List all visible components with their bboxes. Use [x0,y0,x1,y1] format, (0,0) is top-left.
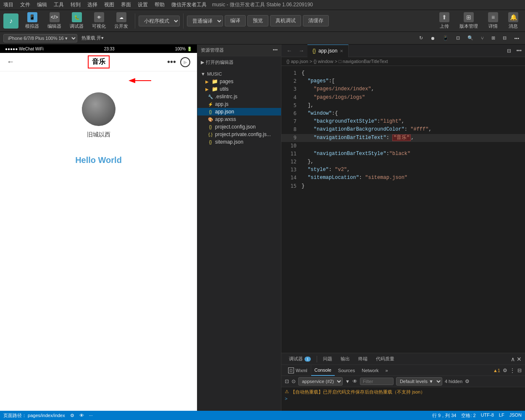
code-text[interactable]: { "pages":[ "pages/index/index", "pages/… [298,66,525,353]
debug-badge: 1 [304,357,311,362]
code-content-area[interactable]: 1 2 3 4 5 6 7 8 9 10 11 12 13 14 [281,66,525,353]
device-select[interactable]: iPhone 6/7/8 Plus 100% 16 ▾ [3,34,77,42]
status-eye-icon[interactable]: 👁 [79,412,84,419]
sources-tab[interactable]: Sources [335,365,358,376]
file-item-appjson[interactable]: {} app.json [197,108,281,116]
console-filter-input[interactable] [360,378,394,385]
file-panel-more[interactable]: ••• [273,47,278,53]
main-content: ●●●●● WeChat WiFi 23:33 100% 🔋 ← 音乐 ••• … [0,45,525,420]
tab-close-btn[interactable]: ✕ [340,49,343,53]
split-editor-btn[interactable]: ⊟ [505,47,513,55]
debug-tab-problem[interactable]: 问题 [319,353,336,365]
menu-item-tools[interactable]: 工具 [54,1,64,8]
preview-btn[interactable]: 👁 可视化 [89,10,109,31]
debug-chevron-up[interactable]: ∧ [511,356,515,362]
console-panel-btn[interactable]: ⊟ [517,368,522,373]
more-tools-btn[interactable]: ••• [512,35,522,42]
debug-close-btn[interactable]: ✕ [517,356,522,362]
music-folder-toggle[interactable]: ▼ MUSIC [197,70,281,78]
context-select[interactable]: appservice (#2) [298,377,343,386]
play-icon[interactable]: ▶ [180,57,190,67]
eye-toggle[interactable]: 👁 [352,378,357,384]
git-btn[interactable]: ⑂ [478,35,486,42]
debug-tabs-right: ∧ ✕ [511,356,522,362]
debugger-btn[interactable]: 🐛 调试器 [66,10,87,31]
menu-item-help[interactable]: 帮助 [155,1,165,8]
simulator-btn[interactable]: 📱 模拟器 [22,10,42,31]
debug-panel: 调试器 1 问题 输出 终端 代码质量 ∧ ✕ [281,353,525,420]
debug-tab-quality[interactable]: 代码质量 [372,353,399,365]
compile-button[interactable]: 编译 [225,15,246,26]
menu-item-edit[interactable]: 编辑 [37,1,47,8]
menu-item-wechat[interactable]: 微信开发者工具 [171,1,207,8]
warning-message: ⚠ 【自动热重载】已开启代码文件保存后自动热重载（不支持 json） [285,389,522,395]
nav-back-btn[interactable]: ← [283,47,295,54]
preview-button[interactable]: 预览 [247,15,268,26]
message-btn[interactable]: 🔔 消息 [505,10,522,31]
nav-forward-btn[interactable]: → [295,47,307,54]
file-item-appjs[interactable]: ⚡ app.js [197,100,281,108]
console-right-controls: ▲1 ⚙ ⋮ ⊟ [493,368,522,373]
phone-content: 旧城以西 Hello World [0,71,197,420]
more-tabs-btn[interactable]: » [382,365,391,376]
menu-item-select[interactable]: 选择 [87,1,97,8]
menu-item-goto[interactable]: 转到 [71,1,81,8]
console-input-line[interactable]: > [285,395,522,402]
file-item-appwxss[interactable]: 🎨 app.wxss [197,116,281,123]
upload-btn[interactable]: ⬆ 上传 [436,10,453,31]
console-controls: ⊡ ⊙ appservice (#2) ▼ 👁 Default levels ▼… [281,376,525,387]
file-item-sitemap[interactable]: {} sitemap.json [197,138,281,146]
debug-tab-output[interactable]: 输出 [336,353,354,365]
encoding-label: UTF-8 [481,412,494,419]
file-item-eslintrc[interactable]: 🔧 .eslintrc.js [197,93,281,100]
version-mgmt-btn[interactable]: ⊞ 版本管理 [456,10,481,31]
menu-item-file[interactable]: 文件 [20,1,30,8]
clear-cache-button[interactable]: 清缓存 [303,15,329,26]
real-device-button[interactable]: 真机调试 [270,15,301,26]
file-panel: 资源管理器 ••• ▶ 打开的编辑器 ▼ MUSIC ▶ [197,45,281,420]
editor-toolbar-icons: ⊟ ••• [505,47,523,55]
open-editors-toggle[interactable]: ▶ 打开的编辑器 [197,58,281,67]
compile-select[interactable]: 普通编译 [187,16,223,26]
status-bar: 页面路径： pages/index/index ⚙ 👁 ··· 行 9，列 34… [0,411,525,420]
status-more-icon[interactable]: ··· [89,412,93,419]
phone-btn[interactable]: 📱 [440,34,451,42]
file-item-utils[interactable]: ▶ 📁 utils [197,85,281,93]
refresh-btn[interactable]: ↻ [417,34,425,42]
console-clear-btn[interactable]: ⊡ [285,378,289,384]
log-level-select[interactable]: Default levels ▼ [396,377,442,386]
wxml-tab[interactable]: ⊡ Wxml [285,365,311,376]
editor-more-btn[interactable]: ••• [514,47,523,55]
menu-item-interface[interactable]: 界面 [121,1,131,8]
phone-battery: 100% 🔋 [175,47,192,51]
detail-btn[interactable]: ≡ 详情 [485,10,501,31]
debug-tab-terminal[interactable]: 终端 [354,353,372,365]
status-settings-icon[interactable]: ⚙ [70,412,74,419]
menu-item-project[interactable]: 项目 [3,1,13,8]
menu-item-settings[interactable]: 设置 [138,1,148,8]
song-avatar [82,92,116,126]
menu-item-view[interactable]: 视图 [104,1,114,8]
file-item-pages[interactable]: ▶ 📁 pages [197,78,281,85]
network-tab[interactable]: Network [358,365,382,376]
chevron-down-icon: ▼ [201,71,205,76]
grid-btn[interactable]: ⊞ [489,34,498,42]
line-numbers: 1 2 3 4 5 6 7 8 9 10 11 12 13 14 [281,66,298,353]
fullscreen-btn[interactable]: ⊡ [454,34,462,42]
record-btn[interactable]: ⏺ [428,35,438,42]
search-btn[interactable]: 🔍 [465,34,476,42]
mode-select[interactable]: 小程序模式 [139,16,180,26]
file-item-projectconfig[interactable]: {} project.config.json [197,123,281,131]
console-settings-btn[interactable]: ⚙ [503,368,507,373]
console-pause-btn[interactable]: ⊙ [291,378,296,384]
layout-btn[interactable]: ⊟ [500,34,509,42]
console-more-btn[interactable]: ⋮ [510,368,515,373]
hotreload-btn[interactable]: 热重载 开▾ [79,34,106,42]
cloud-btn[interactable]: ☁ 云开发 [111,10,131,31]
file-item-projectprivate[interactable]: {.} project.private.config.js... [197,131,281,138]
console-gear-btn[interactable]: ⚙ [465,378,470,384]
editor-btn[interactable]: </> 编辑器 [44,10,65,31]
editor-tab-appjson[interactable]: {} app.json ✕ [307,45,349,57]
console-tab[interactable]: Console [311,365,335,376]
more-dots-icon[interactable]: ••• [167,57,176,67]
